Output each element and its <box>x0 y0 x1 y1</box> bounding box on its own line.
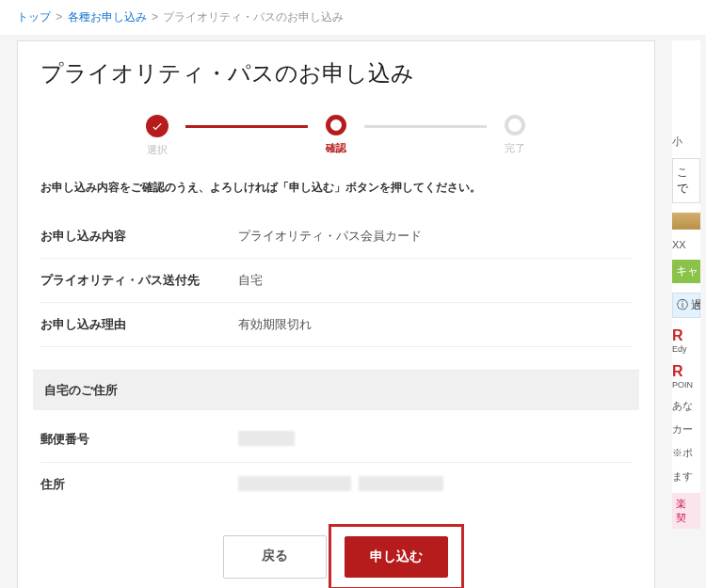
label-reason: お申し込み理由 <box>40 316 238 333</box>
sidebar-promo-line1: 楽 <box>676 497 697 511</box>
current-step-icon <box>326 115 346 135</box>
sidebar-promo-line2: 契 <box>676 511 697 525</box>
info-icon: ⓘ <box>677 298 688 311</box>
step-label: 選択 <box>147 143 168 157</box>
instruction-text: お申し込み内容をご確認のうえ、よろしければ「申し込む」ボタンを押してください。 <box>40 180 632 196</box>
sidebar-edy-block: R Edy <box>672 327 700 354</box>
breadcrumb: トップ > 各種お申し込み > プライオリティ・パスのお申し込み <box>0 0 706 35</box>
step-connector <box>364 125 487 128</box>
progress-stepper: 選択 確認 完了 <box>129 115 543 157</box>
masked-address-2 <box>359 476 443 491</box>
sidebar-text-2: カー <box>672 422 700 437</box>
sidebar-name: 小 <box>672 135 700 149</box>
sidebar-caching-label: キャ <box>676 264 698 278</box>
row-address: 住所 <box>40 463 632 507</box>
masked-address-1 <box>238 476 351 491</box>
sidebar-point-label: POIN <box>672 380 700 389</box>
value-address <box>238 476 443 494</box>
r-logo-icon: R <box>672 327 700 344</box>
label-content: お申し込み内容 <box>40 228 238 245</box>
row-content: お申し込み内容 プライオリティ・パス会員カード <box>40 215 632 259</box>
step-done: 完了 <box>487 115 543 155</box>
sidebar-text-1: あな <box>672 399 700 413</box>
row-reason: お申し込み理由 有効期限切れ <box>40 303 632 347</box>
row-destination: プライオリティ・パス送付先 自宅 <box>40 259 632 303</box>
sidebar: 小 こ で XX キャ ⓘ 過 R Edy R POIN あな カー ※ポ ます… <box>672 40 700 529</box>
check-icon <box>146 115 168 137</box>
main-card: プライオリティ・パスのお申し込み 選択 確認 完了 お申し込み内容をご確認のうえ… <box>17 40 655 588</box>
value-destination: 自宅 <box>238 272 263 289</box>
address-section-header: 自宅のご住所 <box>33 370 639 410</box>
page-title: プライオリティ・パスのお申し込み <box>40 58 632 88</box>
submit-button[interactable]: 申し込む <box>345 536 448 578</box>
sidebar-point-block: R POIN <box>672 363 700 389</box>
step-connector <box>185 125 308 128</box>
sidebar-notice[interactable]: ⓘ 過 <box>672 293 700 318</box>
row-zip: 郵便番号 <box>40 418 632 463</box>
label-zip: 郵便番号 <box>40 431 238 449</box>
breadcrumb-current: プライオリティ・パスのお申し込み <box>163 10 344 24</box>
step-select: 選択 <box>129 115 185 157</box>
breadcrumb-sep: > <box>152 10 158 24</box>
sidebar-card-number: XX <box>672 239 700 250</box>
future-step-icon <box>505 115 525 135</box>
action-buttons: 戻る 申し込む <box>40 535 632 579</box>
step-confirm: 確認 <box>308 115 364 155</box>
r-logo-icon: R <box>672 363 700 380</box>
sidebar-note-1: ※ポ <box>672 446 700 460</box>
sidebar-note-2: ます <box>672 469 700 484</box>
masked-zip <box>238 431 295 446</box>
back-button[interactable]: 戻る <box>223 535 327 579</box>
label-destination: プライオリティ・パス送付先 <box>40 272 238 289</box>
sidebar-greeting-line1: こ <box>677 165 696 181</box>
value-reason: 有効期限切れ <box>238 316 312 333</box>
sidebar-promo[interactable]: 楽 契 <box>672 493 700 529</box>
sidebar-edy-label: Edy <box>672 344 700 354</box>
value-content: プライオリティ・パス会員カード <box>238 228 422 245</box>
value-zip <box>238 431 295 449</box>
sidebar-card-image <box>672 213 700 230</box>
sidebar-greeting-line2: で <box>677 181 696 197</box>
step-label: 確認 <box>326 141 346 155</box>
sidebar-notice-text: 過 <box>691 298 700 311</box>
breadcrumb-top[interactable]: トップ <box>17 10 51 24</box>
sidebar-greeting: こ で <box>672 158 700 203</box>
step-label: 完了 <box>505 141 525 155</box>
sidebar-caching-badge[interactable]: キャ <box>672 260 700 283</box>
submit-highlight: 申し込む <box>329 524 464 588</box>
breadcrumb-apps[interactable]: 各種お申し込み <box>68 10 147 24</box>
breadcrumb-sep: > <box>56 10 62 24</box>
label-address: 住所 <box>40 476 238 494</box>
